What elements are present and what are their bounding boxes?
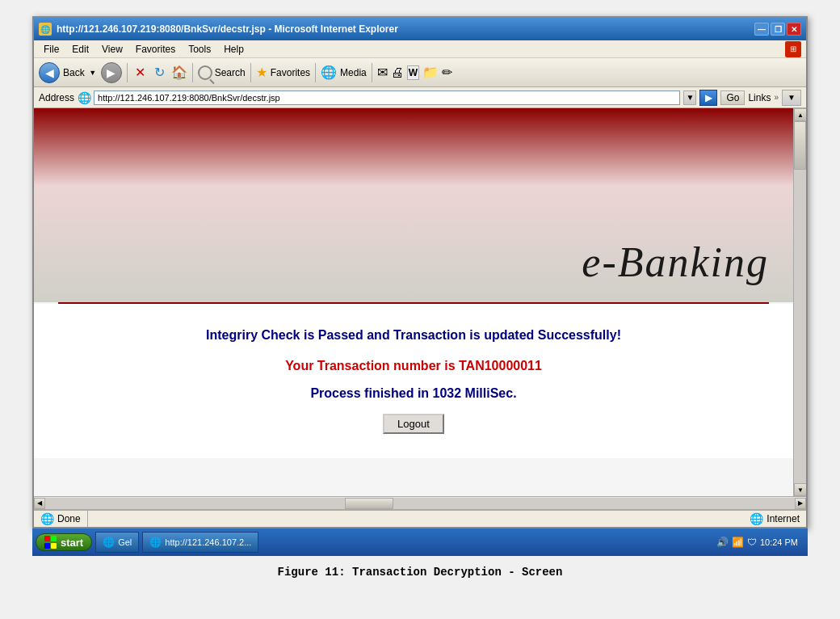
- separator-2: [192, 63, 193, 82]
- status-zone: 🌐 Internet: [743, 512, 806, 525]
- browser-icon: 🌐: [39, 23, 52, 36]
- menu-bar: File Edit View Favorites Tools Help ⊞: [34, 40, 806, 58]
- menu-help[interactable]: Help: [219, 43, 249, 56]
- scroll-right-button[interactable]: ▶: [795, 498, 806, 509]
- separator-1: [127, 63, 128, 82]
- ebanking-title: e-Banking: [582, 238, 769, 286]
- minimize-button[interactable]: —: [754, 23, 769, 36]
- restore-button[interactable]: ❐: [771, 23, 785, 36]
- logout-button[interactable]: Logout: [383, 414, 444, 434]
- go-arrow-button[interactable]: ▶: [699, 90, 717, 106]
- taskbar-ie-icon: 🌐: [149, 537, 162, 548]
- taskbar: start 🌐 Gel 🌐 http://121.246.107.2... 🔊 …: [32, 528, 808, 556]
- status-icon: 🌐: [40, 512, 54, 525]
- media-globe-icon: 🌐: [321, 65, 337, 80]
- status-bar: 🌐 Done 🌐 Internet: [34, 509, 806, 527]
- print-icon[interactable]: 🖨: [391, 65, 404, 80]
- links-chevron-icon: »: [774, 93, 779, 102]
- search-label: Search: [215, 67, 246, 78]
- start-button[interactable]: start: [36, 533, 92, 551]
- scroll-track: [794, 121, 806, 483]
- window-controls: — ❐ ✕: [754, 23, 801, 36]
- taskbar-gel-icon: 🌐: [103, 537, 115, 548]
- address-dropdown[interactable]: ▼: [683, 91, 696, 105]
- separator-3: [250, 63, 251, 82]
- refresh-icon[interactable]: ↻: [152, 65, 168, 81]
- tray-speaker-icon: 🔊: [716, 537, 729, 548]
- taskbar-item-ie[interactable]: 🌐 http://121.246.107.2...: [142, 532, 258, 553]
- scroll-up-button[interactable]: ▲: [794, 108, 806, 121]
- vertical-scrollbar[interactable]: ▲ ▼: [793, 108, 806, 496]
- page-icon: 🌐: [78, 91, 90, 104]
- menu-file[interactable]: File: [39, 43, 64, 56]
- windows-flag-icon: [44, 536, 57, 549]
- address-label: Address: [39, 92, 74, 103]
- browser-window: 🌐 http://121.246.107.219:8080/BnkSvr/dec…: [32, 16, 808, 528]
- menu-tools[interactable]: Tools: [183, 43, 216, 56]
- search-button[interactable]: Search: [198, 65, 246, 80]
- tray-shield-icon: 🛡: [747, 537, 757, 548]
- stop-icon[interactable]: ✕: [132, 65, 149, 81]
- back-button[interactable]: ◀: [39, 62, 60, 83]
- taskbar-ie-label: http://121.246.107.2...: [165, 537, 251, 547]
- media-label[interactable]: Media: [340, 67, 367, 78]
- scroll-thumb[interactable]: [794, 121, 806, 170]
- forward-button[interactable]: ▶: [101, 62, 122, 83]
- internet-icon: 🌐: [750, 512, 763, 525]
- h-scroll-thumb[interactable]: [345, 498, 393, 509]
- success-message: Integriry Check is Passed and Transactio…: [50, 328, 777, 343]
- horizontal-scrollbar[interactable]: [45, 498, 795, 509]
- folder-icon[interactable]: 📁: [422, 65, 439, 80]
- process-time: Process finished in 1032 MilliSec.: [50, 386, 777, 401]
- favorites-star-icon: ★: [256, 65, 267, 80]
- menu-edit[interactable]: Edit: [67, 43, 94, 56]
- address-bar: Address 🌐 ▼ ▶ Go Links » ▼: [34, 87, 806, 108]
- word-icon[interactable]: W: [407, 65, 419, 80]
- search-icon: [198, 65, 212, 80]
- transaction-label: Your Transaction number is: [285, 359, 459, 373]
- menu-favorites[interactable]: Favorites: [131, 43, 180, 56]
- taskbar-item-gel[interactable]: 🌐 Gel: [95, 532, 139, 553]
- toolbar: ◀ Back ▼ ▶ ✕ ↻ 🏠 Search ★ Favorites 🌐 Me…: [34, 58, 806, 87]
- favorites-label[interactable]: Favorites: [271, 67, 310, 78]
- figure-caption: Figure 11: Transaction Decryption - Scre…: [278, 566, 563, 579]
- back-label[interactable]: Back: [63, 67, 85, 78]
- system-time: 10:24 PM: [760, 537, 798, 547]
- window-title: http://121.246.107.219:8080/BnkSvr/decst…: [57, 23, 398, 35]
- content-scrollable: e-Banking Integriry Check is Passed and …: [34, 108, 806, 496]
- links-dropdown[interactable]: ▼: [782, 90, 801, 106]
- separator-4: [315, 63, 316, 82]
- mail-icon[interactable]: ✉: [377, 65, 388, 80]
- taskbar-gel-label: Gel: [118, 537, 132, 547]
- scroll-left-button[interactable]: ◀: [34, 498, 45, 509]
- back-dropdown[interactable]: ▼: [88, 68, 98, 78]
- zone-text: Internet: [766, 513, 800, 524]
- banner: e-Banking: [34, 108, 793, 302]
- start-label: start: [61, 537, 83, 549]
- main-content: e-Banking Integriry Check is Passed and …: [34, 108, 793, 496]
- web-content: e-Banking Integriry Check is Passed and …: [34, 108, 806, 509]
- links-label: Links: [748, 92, 771, 103]
- tray-network-icon: 📶: [732, 537, 744, 548]
- home-icon[interactable]: 🏠: [171, 65, 187, 81]
- transaction-content: Integriry Check is Passed and Transactio…: [34, 304, 793, 458]
- status-done: 🌐 Done: [34, 511, 88, 527]
- go-button[interactable]: Go: [720, 91, 745, 105]
- edit-icon[interactable]: ✏: [442, 65, 452, 80]
- address-input[interactable]: [94, 91, 680, 105]
- horizontal-scroll-area: ◀ ▶: [34, 496, 806, 509]
- transaction-number-line: Your Transaction number is TAN10000011: [50, 359, 777, 373]
- windows-logo: ⊞: [785, 41, 801, 57]
- status-text: Done: [57, 513, 81, 524]
- close-button[interactable]: ✕: [787, 23, 801, 36]
- system-tray: 🔊 📶 🛡 10:24 PM: [710, 532, 804, 553]
- scroll-down-button[interactable]: ▼: [794, 483, 806, 496]
- separator-5: [372, 63, 372, 82]
- title-bar: 🌐 http://121.246.107.219:8080/BnkSvr/dec…: [34, 18, 806, 40]
- transaction-number: TAN10000011: [459, 359, 542, 373]
- title-bar-left: 🌐 http://121.246.107.219:8080/BnkSvr/dec…: [39, 23, 398, 36]
- menu-view[interactable]: View: [97, 43, 128, 56]
